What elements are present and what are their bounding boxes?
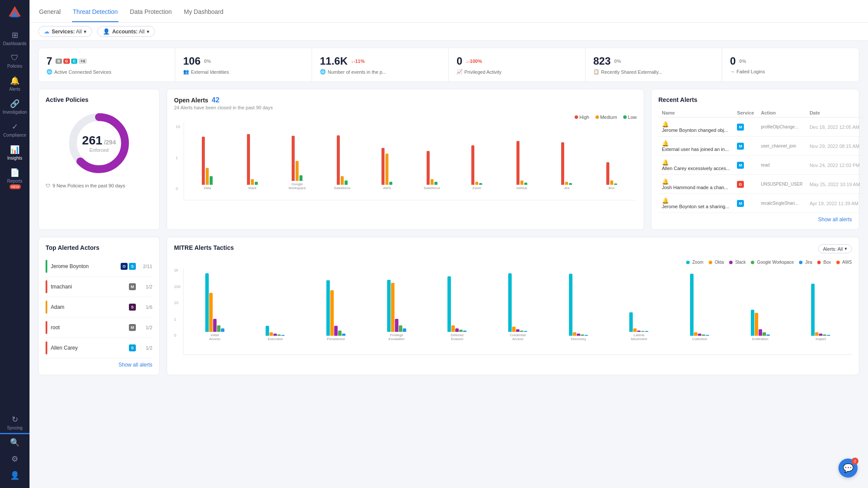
bar-label: Salesforce [334, 186, 350, 190]
sidebar-item-reports[interactable]: 📄 Reports NEW [0, 164, 30, 193]
box-icon: B [56, 59, 62, 64]
actor-name: Jerome Boynton [51, 263, 117, 269]
actor-color-bar [46, 321, 47, 334]
alert-service-cell: M [733, 156, 757, 175]
bar-medium [475, 182, 478, 185]
alert-row[interactable]: 🔔 Allen Carey excessively acces... M rea… [658, 156, 864, 175]
legend-item: Zoom [686, 260, 704, 265]
bar-label: Salesforce [424, 186, 440, 190]
mitre-filter[interactable]: Alerts: All ▾ [818, 244, 852, 253]
sidebar-item-policies[interactable]: 🛡 Policies [0, 50, 30, 72]
sidebar-item-search[interactable]: 🔍 [0, 434, 30, 451]
sidebar-item-label: Dashboards [3, 41, 26, 46]
alert-name: Jerome Boynton changed obj... [662, 128, 728, 133]
chat-icon: 💬 [843, 463, 854, 473]
syncing-icon: ↻ [12, 415, 18, 424]
tab-threat-detection[interactable]: Threat Detection [72, 2, 119, 22]
sidebar-item-compliance[interactable]: ✓ Compliance [0, 118, 30, 141]
mitre-bar [273, 334, 277, 336]
sidebar-item-investigation[interactable]: 🔗 Investigation [0, 95, 30, 118]
service-icon: G [737, 181, 744, 188]
stat-label: 🌐 Number of events in the p... [320, 69, 441, 75]
services-filter[interactable]: ☁ Services: All ▾ [38, 26, 92, 37]
user-icon: 👤 [10, 471, 20, 480]
sidebar-item-dashboards[interactable]: ⊞ Dashboards [0, 27, 30, 50]
sidebar-item-alerts[interactable]: 🔔 Alerts [0, 72, 30, 95]
actor-name: tmachani [51, 284, 125, 290]
alert-row[interactable]: 🔔 Josh Hammond made a chan... G UNSUSPEN… [658, 175, 864, 194]
actor-row: tmachani M 1/2 [46, 277, 152, 297]
alerts-count: 42 [212, 96, 220, 104]
alert-action-cell: user_channel_join [757, 137, 806, 156]
legend-item: Jira [799, 260, 812, 265]
bar-label: Google Workspace [289, 182, 306, 190]
mitre-bar [706, 335, 709, 336]
bar-label: Jira [564, 186, 569, 190]
alert-action-cell: UNSUSPEND_USER [757, 175, 806, 194]
accounts-filter[interactable]: 👤 Accounts: All ▾ [97, 26, 155, 37]
alert-name: Allen Carey excessively acces... [662, 166, 730, 171]
tab-general[interactable]: General [38, 2, 62, 22]
tab-my-dashboard[interactable]: My Dashboard [183, 2, 224, 22]
mitre-bar [447, 276, 451, 332]
compliance-icon: ✓ [12, 122, 18, 131]
bar-low [614, 183, 617, 185]
mitre-col: Defense Evasion [428, 272, 487, 341]
alert-row[interactable]: 🔔 Jerome Boynton set a sharing... M reca… [658, 194, 864, 213]
alert-name-cell: 🔔 External user has joined an in... [658, 137, 733, 156]
sidebar-item-settings[interactable]: ⚙ [0, 451, 30, 467]
donut-number: 261 /294 [82, 134, 116, 147]
bar-medium [206, 168, 209, 185]
col-date: Date [806, 108, 863, 118]
service-icon: M [737, 143, 744, 150]
bar-medium [251, 179, 254, 185]
donut-center: 261 /294 Enforced [82, 134, 116, 153]
donut-container: 261 /294 Enforced [46, 108, 152, 178]
bar-high [561, 142, 564, 185]
bell-icon: 🔔 [662, 121, 669, 128]
sidebar-item-syncing[interactable]: ↻ Syncing [0, 411, 30, 434]
search-icon: 🔍 [10, 438, 20, 447]
open-alerts-card: Open Alerts 42 24 Alerts have been close… [167, 89, 644, 230]
stat-value: 823 0% [593, 55, 714, 67]
show-all-alerts[interactable]: Show all alerts [658, 216, 852, 223]
bar-group: Jira [545, 127, 589, 190]
bar-low [210, 176, 213, 185]
stat-change: ↓-11% [351, 59, 365, 64]
legend-item: Slack [729, 260, 746, 265]
actor-count: 1/6 [139, 305, 152, 310]
mitre-bar [698, 334, 701, 336]
mitre-bar [217, 325, 220, 332]
mitre-label: Exfiltration [752, 337, 768, 341]
more-icon: +4 [79, 59, 86, 64]
actor-icons: OS [121, 263, 136, 270]
alert-name-cell: 🔔 Josh Hammond made a chan... [658, 175, 733, 194]
sidebar-item-insights[interactable]: 📊 Insights [0, 141, 30, 164]
stat-connected-services: 7 B G C +4 🌐 Active Connected Services [39, 48, 175, 82]
show-all-actors[interactable]: Show all alerts [46, 362, 152, 368]
bar-low [434, 182, 437, 185]
alert-row[interactable]: 🔔 External user has joined an in... M us… [658, 137, 864, 156]
mitre-bar [330, 290, 334, 336]
mitre-bar [641, 331, 644, 332]
actor-row: root M 1/2 [46, 318, 152, 338]
tab-data-protection[interactable]: Data Protection [129, 2, 173, 22]
insights-icon: 📊 [10, 145, 20, 154]
chat-button[interactable]: 💬 2 [838, 459, 858, 478]
alert-row[interactable]: 🔔 Jerome Boynton changed obj... M profil… [658, 118, 864, 137]
app-logo[interactable] [7, 4, 23, 20]
mitre-header: MITRE Alerts Tactics Alerts: All ▾ [174, 244, 852, 256]
stat-change: 0% [204, 59, 211, 64]
sidebar-item-user[interactable]: 👤 [0, 467, 30, 484]
bar-group: AWS [365, 127, 409, 190]
alert-name-cell: 🔔 Allen Carey excessively acces... [658, 156, 733, 175]
alert-date-cell: May 25, 2022 10:19 AM [806, 175, 863, 194]
high-legend: High [575, 115, 589, 120]
alerts-table: Name Service Action Date 🔔 Jerome Boynto… [658, 108, 864, 213]
settings-icon: ⚙ [11, 454, 18, 464]
mitre-chart-wrapper: 1k 100 10 1 0 Initial AccessExecutionPer… [174, 268, 852, 355]
mitre-col: Credential Access [488, 272, 547, 341]
sidebar-item-label: Investigation [3, 110, 27, 115]
bar-low [345, 180, 348, 185]
mitre-bar [690, 274, 694, 336]
